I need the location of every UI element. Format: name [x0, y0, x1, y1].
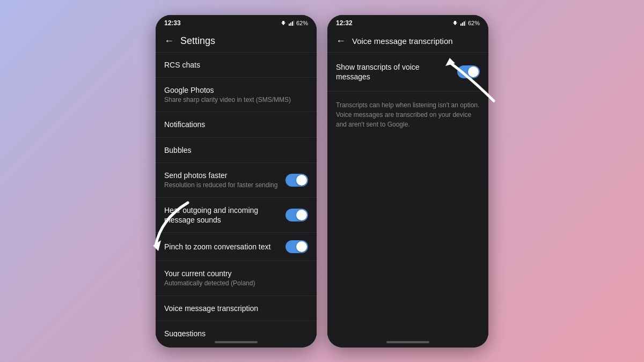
right-battery: 62% [468, 20, 480, 26]
settings-item-photos[interactable]: Google Photos Share sharp clarity video … [156, 78, 317, 113]
right-status-icons: 62% [452, 20, 480, 26]
voice-transcription-title: Voice message transcription [164, 304, 308, 313]
svg-rect-8 [462, 23, 463, 26]
left-app-header: ← Settings [156, 30, 317, 53]
country-subtitle: Automatically detected (Poland) [164, 279, 308, 288]
country-title: Your current country [164, 269, 308, 278]
rcs-title: RCS chats [164, 60, 308, 70]
right-header-title: Voice message transcription [352, 36, 453, 46]
show-transcripts-title: Show transcripts of voice messages [336, 62, 451, 82]
main-container: 12:33 62% ← Settings [0, 15, 644, 348]
left-phone-wrapper: 12:33 62% ← Settings [156, 15, 317, 348]
right-wifi-icon [452, 20, 458, 26]
settings-item-pinch-zoom[interactable]: Pinch to zoom conversation text [156, 233, 317, 261]
svg-rect-1 [289, 24, 290, 26]
transcription-description: Transcripts can help when listening isn'… [327, 92, 488, 138]
right-phone-wrapper: 12:32 62% ← Voice message [327, 15, 488, 348]
send-photos-title: Send photos faster [164, 171, 279, 180]
suggestions-title: Suggestions [164, 329, 308, 337]
right-app-header: ← Voice message transcription [327, 30, 488, 53]
right-status-bar: 12:32 62% [327, 15, 488, 30]
right-nav-indicator [386, 341, 429, 343]
sounds-toggle[interactable] [286, 209, 308, 221]
settings-item-bubbles[interactable]: Bubbles [156, 138, 317, 163]
settings-item-rcs[interactable]: RCS chats [156, 53, 317, 78]
svg-rect-2 [290, 23, 291, 26]
left-nav-indicator [215, 341, 258, 343]
wifi-icon [280, 20, 287, 26]
svg-rect-10 [465, 20, 466, 26]
pinch-zoom-title: Pinch to zoom conversation text [164, 242, 279, 252]
left-back-button[interactable]: ← [164, 35, 174, 47]
send-photos-knob [296, 175, 307, 186]
svg-rect-9 [464, 21, 465, 26]
bubbles-title: Bubbles [164, 145, 308, 155]
photos-subtitle: Share sharp clarity video in text (SMS/M… [164, 96, 308, 105]
left-header-title: Settings [180, 35, 215, 47]
settings-list: RCS chats Google Photos Share sharp clar… [156, 53, 317, 337]
left-phone: 12:33 62% ← Settings [156, 15, 317, 348]
notifications-title: Notifications [164, 120, 308, 129]
pinch-zoom-knob [296, 241, 307, 252]
svg-marker-6 [453, 21, 457, 25]
right-signal-icon [460, 20, 466, 26]
settings-item-send-photos[interactable]: Send photos faster Resolution is reduced… [156, 163, 317, 198]
sounds-title: Hear outgoing and incoming message sound… [164, 205, 279, 225]
settings-item-notifications[interactable]: Notifications [156, 112, 317, 137]
photos-title: Google Photos [164, 85, 308, 95]
settings-item-voice-transcription[interactable]: Voice message transcription [156, 296, 317, 321]
transcription-desc-text: Transcripts can help when listening isn'… [336, 100, 480, 129]
show-transcripts-toggle[interactable] [457, 65, 480, 78]
left-status-bar: 12:33 62% [156, 15, 317, 30]
show-transcripts-knob [468, 67, 479, 77]
settings-item-country[interactable]: Your current country Automatically detec… [156, 261, 317, 296]
right-time: 12:32 [336, 19, 353, 27]
sounds-knob [296, 210, 307, 220]
show-transcripts-item[interactable]: Show transcripts of voice messages [327, 53, 488, 92]
transcription-content: Show transcripts of voice messages Trans… [327, 53, 488, 337]
left-nav-bar [156, 337, 317, 348]
svg-rect-3 [292, 21, 293, 26]
left-time: 12:33 [164, 19, 181, 27]
send-photos-toggle[interactable] [286, 174, 308, 187]
left-status-icons: 62% [280, 20, 308, 26]
pinch-zoom-toggle[interactable] [286, 240, 308, 253]
right-nav-bar [327, 337, 488, 348]
left-battery: 62% [296, 20, 308, 26]
svg-marker-0 [281, 21, 286, 25]
right-back-button[interactable]: ← [336, 35, 346, 47]
right-phone: 12:32 62% ← Voice message [327, 15, 488, 348]
settings-item-sounds[interactable]: Hear outgoing and incoming message sound… [156, 198, 317, 233]
send-photos-subtitle: Resolution is reduced for faster sending [164, 181, 279, 190]
svg-rect-7 [460, 24, 462, 26]
svg-rect-4 [294, 20, 294, 26]
signal-icon [289, 20, 294, 26]
settings-item-suggestions[interactable]: Suggestions Smart Reply, suggested actio… [156, 321, 317, 337]
